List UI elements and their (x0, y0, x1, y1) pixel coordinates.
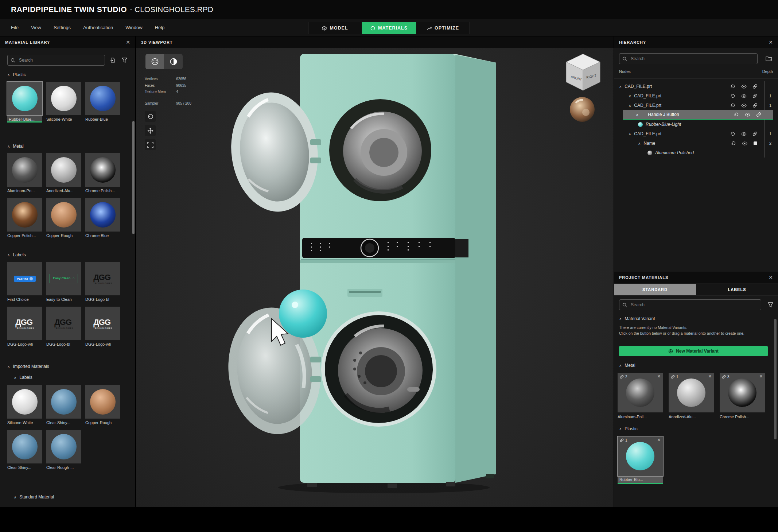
shaded-view-button[interactable] (145, 54, 164, 69)
material-swatch[interactable]: Chrome Polish... (85, 153, 120, 193)
visibility-eye-icon[interactable] (741, 104, 747, 108)
visibility-eye-icon[interactable] (741, 132, 747, 136)
close-icon[interactable]: ✕ (769, 40, 773, 45)
menu-view[interactable]: View (31, 25, 41, 30)
menu-help[interactable]: Help (155, 25, 165, 30)
link-icon[interactable] (752, 84, 758, 89)
new-material-variant-button[interactable]: New Material Variant (619, 346, 768, 356)
label-swatch[interactable]: ДGGTECHNOLOGIES DGG-Logo-wh (7, 307, 42, 346)
menu-window[interactable]: Window (125, 25, 142, 30)
import-material-icon[interactable] (109, 56, 117, 64)
menu-file[interactable]: File (11, 25, 19, 30)
project-material-card-selected[interactable]: 1 ✕ Rubber-Blu... (618, 436, 663, 484)
collapse-caret-icon[interactable]: ∧ (619, 85, 622, 89)
material-swatch[interactable]: Copper Polish... (7, 198, 42, 238)
visibility-eye-icon[interactable] (741, 85, 747, 89)
section-project-metal[interactable]: ∧ Metal (619, 363, 635, 368)
history-icon[interactable] (730, 84, 735, 89)
remove-material-icon[interactable]: ✕ (708, 374, 712, 379)
instance-icon[interactable] (753, 141, 758, 145)
link-icon[interactable] (752, 103, 758, 108)
collapse-caret-icon[interactable]: ∧ (629, 104, 631, 108)
tab-optimize[interactable]: OPTIMIZE (416, 22, 470, 34)
section-imported-labels[interactable]: ∧ Labels (14, 375, 32, 380)
link-icon[interactable] (752, 93, 758, 98)
label-swatch[interactable]: ДGGTECHNOLOGIES DGG-Logo-wh (85, 307, 120, 346)
tab-materials[interactable]: MATERIALS (362, 22, 416, 34)
visibility-eye-icon[interactable] (742, 141, 747, 145)
viewport-canvas[interactable]: FRONT RIGHT Vertices62656 Faces90635 Tex (136, 48, 614, 507)
visibility-eye-icon[interactable] (741, 94, 747, 98)
tree-row[interactable]: ∧ CAD_FILE.prt 1 (614, 129, 778, 139)
label-swatch[interactable]: ДGGTECHNOLOGIES DGG-Logo-bl (46, 307, 81, 346)
history-icon[interactable] (734, 112, 739, 117)
section-material-variant[interactable]: ∧ Material Variant (619, 316, 655, 321)
history-icon[interactable] (730, 93, 735, 98)
material-swatch[interactable]: Silicone-White (7, 385, 42, 425)
history-icon[interactable] (731, 141, 736, 146)
material-search-input[interactable] (18, 57, 102, 63)
remove-material-icon[interactable]: ✕ (657, 374, 661, 379)
filter-icon[interactable] (120, 56, 128, 64)
hierarchy-search-box[interactable] (619, 53, 758, 64)
project-materials-scrollbar[interactable] (774, 319, 777, 439)
menu-authentication[interactable]: Authentication (83, 25, 113, 30)
label-swatch[interactable]: Easy Clean ⌂ Easy-to-Clean (46, 262, 81, 302)
material-swatch[interactable]: Clear-Shiny... (46, 385, 81, 425)
tree-row[interactable]: ∨ CAD_FILE.prt 1 (614, 91, 778, 101)
collapse-caret-icon[interactable]: ∧ (638, 141, 641, 145)
tab-model[interactable]: MODEL (308, 22, 362, 34)
new-group-icon[interactable] (765, 55, 773, 63)
section-standard-material[interactable]: ∧ Standard Material (14, 494, 54, 500)
material-swatch[interactable]: Aluminum-Po... (7, 153, 42, 193)
orbit-tool-button[interactable] (145, 111, 156, 122)
link-icon[interactable] (756, 112, 761, 117)
section-labels[interactable]: ∧ Labels (7, 252, 26, 257)
material-swatch[interactable]: Copper-Rough (46, 198, 81, 238)
section-imported-materials[interactable]: ∧ Imported Materials (7, 364, 49, 369)
material-swatch[interactable]: Rubber-Blue... (7, 82, 42, 123)
material-swatch[interactable]: Silicone-White (46, 82, 81, 123)
tree-row[interactable]: ∧ CAD_FILE.prt 1 (614, 101, 778, 110)
material-view-button[interactable] (164, 54, 183, 69)
label-swatch[interactable]: PETH43 First Choice (7, 262, 42, 302)
tree-row-material[interactable]: Rubber-Blue-Light (614, 120, 778, 129)
remove-material-icon[interactable]: ✕ (759, 374, 763, 379)
tab-labels[interactable]: LABELS (696, 284, 778, 295)
tree-row[interactable]: ∧ Name 2 (614, 139, 778, 148)
link-icon[interactable] (752, 131, 758, 136)
collapse-caret-icon[interactable]: ∧ (629, 132, 631, 136)
fit-view-button[interactable] (145, 139, 156, 150)
material-swatch[interactable]: Copper-Rough (85, 385, 120, 425)
project-material-card[interactable]: 2 ✕ Aluminum-Poli... (618, 373, 663, 419)
tree-row[interactable]: ∧ CAD_FILE.prt (614, 82, 778, 91)
project-materials-search-input[interactable] (630, 302, 758, 308)
project-material-card[interactable]: 1 ✕ Anodized-Alu... (669, 373, 714, 419)
material-swatch[interactable]: Rubber-Blue (85, 82, 120, 123)
section-plastic[interactable]: ∧ Plastic (7, 72, 26, 77)
tree-row-material[interactable]: Aluminium-Polished (614, 148, 778, 158)
project-material-card[interactable]: 3 ✕ Chrome Polish... (720, 373, 765, 419)
pan-tool-button[interactable] (145, 125, 156, 136)
material-swatch[interactable]: Clear-Shiny... (7, 430, 42, 470)
close-icon[interactable]: ✕ (769, 275, 773, 280)
section-project-plastic[interactable]: ∧ Plastic (619, 426, 638, 431)
project-materials-search-box[interactable] (619, 299, 761, 310)
expand-caret-icon[interactable]: ∨ (629, 94, 631, 98)
material-search-box[interactable] (7, 55, 105, 66)
history-icon[interactable] (730, 131, 735, 136)
material-swatch[interactable]: Clear-Rough-... (46, 430, 81, 470)
material-swatch[interactable]: Chrome Blue (85, 198, 120, 238)
material-swatch[interactable]: Anodized-Alu... (46, 153, 81, 193)
label-swatch[interactable]: ДGGTECHNOLOGIES DGG-Logo-bl (85, 262, 120, 302)
history-icon[interactable] (730, 103, 735, 108)
remove-material-icon[interactable]: ✕ (657, 438, 661, 442)
collapse-caret-icon[interactable]: ∧ (636, 113, 638, 117)
visibility-eye-icon[interactable] (745, 113, 750, 117)
close-icon[interactable]: ✕ (126, 40, 130, 45)
filter-icon[interactable] (766, 301, 774, 309)
hierarchy-search-input[interactable] (630, 56, 754, 62)
menu-settings[interactable]: Settings (54, 25, 71, 30)
tree-row-selected[interactable]: ∧ Handle J Button 2 (623, 110, 773, 120)
section-metal[interactable]: ∧ Metal (7, 144, 24, 149)
